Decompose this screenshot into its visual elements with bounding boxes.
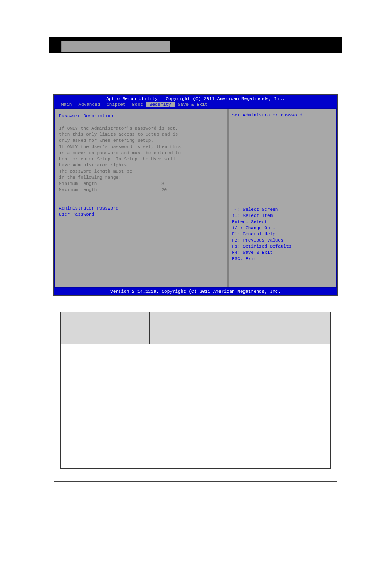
menu-main[interactable]: Main <box>58 102 75 107</box>
menu-advanced[interactable]: Advanced <box>75 102 103 107</box>
table-body-cell <box>61 344 331 469</box>
bios-body: Password Description If ONLY the Adminis… <box>54 108 337 288</box>
nav-help-line: +/-: Change Opt. <box>232 225 333 231</box>
bios-version-footer: Version 2.14.1219. Copyright (C) 2011 Am… <box>54 288 337 295</box>
nav-help-line: ESC: Exit <box>232 256 333 262</box>
minimum-length-label: Minimum length <box>59 181 161 187</box>
menu-boot[interactable]: Boot <box>129 102 146 107</box>
bottom-table <box>60 312 331 469</box>
table-cell <box>239 312 330 344</box>
password-description-title: Password Description <box>59 113 223 119</box>
nav-help-line: F2: Previous Values <box>232 237 333 244</box>
table-cell <box>150 312 239 328</box>
maximum-length-value: 20 <box>161 187 167 193</box>
nav-help-line: F4: Save & Exit <box>232 250 333 256</box>
nav-help-line: Enter: Select <box>232 219 333 225</box>
bios-main-panel: Password Description If ONLY the Adminis… <box>55 109 228 287</box>
table-cell <box>150 328 239 344</box>
minimum-length-value: 3 <box>161 181 164 187</box>
menu-chipset[interactable]: Chipset <box>103 102 129 107</box>
nav-help-line: F3: Optimized Defaults <box>232 244 333 250</box>
header-gray-block <box>61 41 170 52</box>
bios-title: Aptio Setup Utility – Copyright (C) 2011… <box>54 95 337 101</box>
bios-menu-bar: Main Advanced Chipset Boot Security Save… <box>54 101 337 108</box>
nav-help-line: ↑↓: Select Item <box>232 213 333 219</box>
page-divider <box>54 481 337 482</box>
page-header-bar <box>49 37 342 53</box>
menu-save-exit[interactable]: Save & Exit <box>175 102 211 107</box>
desc-line: is a power on password and must be enter… <box>59 150 223 156</box>
desc-line: The password length must be <box>59 169 223 175</box>
bios-help-panel: Set Administrator Password →←: Select Sc… <box>228 109 336 287</box>
menu-security[interactable]: Security <box>146 102 175 107</box>
desc-line: boot or enter Setup. In Setup the User w… <box>59 156 223 162</box>
desc-line: have Administrator rights. <box>59 162 223 169</box>
desc-line: only asked for when entering Setup. <box>59 138 223 144</box>
administrator-password-item[interactable]: Administrator Password <box>59 205 223 212</box>
bios-setup-window: Aptio Setup Utility – Copyright (C) 2011… <box>53 94 338 296</box>
nav-help-line: →←: Select Screen <box>232 207 333 213</box>
nav-help-line: F1: General Help <box>232 231 333 237</box>
table-cell <box>61 312 150 344</box>
user-password-item[interactable]: User Password <box>59 212 223 218</box>
desc-line: If ONLY the Administrator's password is … <box>59 125 223 132</box>
maximum-length-label: Maximum length <box>59 187 161 193</box>
desc-line: If ONLY the User's password is set, then… <box>59 144 223 150</box>
desc-line: in the following range: <box>59 175 223 181</box>
desc-line: then this only limits access to Setup an… <box>59 132 223 138</box>
help-context-text: Set Administrator Password <box>232 112 333 119</box>
